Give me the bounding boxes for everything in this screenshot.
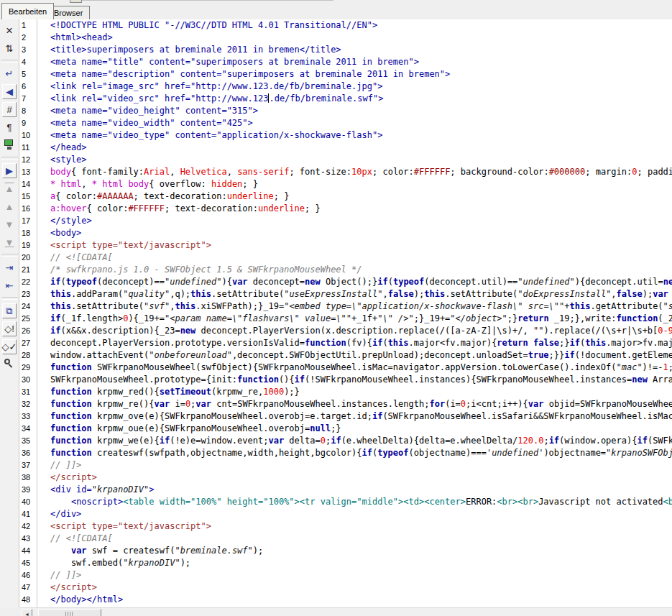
line-number: 20 xyxy=(19,252,37,264)
code-text: <script type="text/javascript"> xyxy=(37,520,211,533)
code-line[interactable]: 3<title>superimposers at breminale 2011 … xyxy=(19,44,672,56)
code-line[interactable]: 24this.setAttribute("svf",this.xiSWFPath… xyxy=(19,300,672,313)
code-line[interactable]: 30SWFkrpanoMouseWheel.prototype={init:fu… xyxy=(19,374,672,386)
code-line[interactable]: 28window.attachEvent("onbeforeunload",de… xyxy=(19,349,672,362)
code-text: </script> xyxy=(37,472,97,484)
code-line[interactable]: 1<!DOCTYPE HTML PUBLIC "-//W3C//DTD HTML… xyxy=(19,19,672,32)
syntax-check-icon[interactable]: ◇✓ xyxy=(2,339,17,354)
line-number: 39 xyxy=(19,484,37,496)
pilcrow-icon[interactable]: ¶ xyxy=(1,119,17,137)
code-text: // <![CDATA[ xyxy=(37,252,113,264)
code-line[interactable]: 47</script> xyxy=(19,581,672,594)
code-text: </div> xyxy=(37,508,81,520)
scroll-left-button[interactable]: ◄ xyxy=(22,609,32,616)
left-margin-icon[interactable]: ◀ xyxy=(2,84,17,99)
code-line[interactable]: 42<script type="text/javascript"> xyxy=(19,520,672,533)
line-number: 25 xyxy=(19,313,37,325)
code-text: // <![CDATA[ xyxy=(37,533,113,545)
code-line[interactable]: 29function SWFkrpanoMouseWheel(swfObject… xyxy=(19,362,672,374)
code-line[interactable]: 34function krpmw_oue(e){SWFkrpanoMouseWh… xyxy=(19,423,672,435)
code-line[interactable]: 32function krpmw_re(){var i=0;var cnt=SW… xyxy=(19,398,672,410)
editor-main: ×⇅↵◀#¶▶▲▲▼▼⇥⇤⧉◇!◇✓ 1<!DOCTYPE HTML PUBLI… xyxy=(0,19,672,607)
line-number: 34 xyxy=(19,423,37,435)
code-text: <!DOCTYPE HTML PUBLIC "-//W3C//DTD HTML … xyxy=(37,19,377,32)
line-number: 5 xyxy=(19,68,37,81)
line-number: 10 xyxy=(19,129,37,142)
line-number: 48 xyxy=(19,594,37,606)
code-area[interactable]: 1<!DOCTYPE HTML PUBLIC "-//W3C//DTD HTML… xyxy=(19,19,672,607)
code-line[interactable]: 46// ]]> xyxy=(19,569,672,581)
search-icon[interactable] xyxy=(1,356,17,374)
goto-next-icon: ▼ xyxy=(1,216,17,234)
code-line[interactable]: 23this.addParam("quality",q);this.setAtt… xyxy=(19,288,672,300)
scrollbar-grip-icon xyxy=(65,612,74,616)
code-text: <link rel="image_src" href="http://www.1… xyxy=(37,81,382,93)
code-line[interactable]: 11</head> xyxy=(19,142,672,154)
code-line[interactable]: 25if(_1f.length>0){_19+="<param name=\"f… xyxy=(19,313,672,325)
line-number: 3 xyxy=(19,44,37,56)
preview-monitor-icon[interactable] xyxy=(2,137,17,155)
indent-decrease-icon[interactable]: ⇤ xyxy=(1,277,17,295)
line-number: 21 xyxy=(19,264,37,276)
toolbar-separator xyxy=(1,60,18,63)
line-number: 17 xyxy=(19,215,37,227)
code-line[interactable]: 36function createswf(swfpath,objectname,… xyxy=(19,447,672,459)
code-line[interactable]: 26if(x&&x.description){_23=new deconcept… xyxy=(19,325,672,337)
line-number: 2 xyxy=(19,32,37,44)
scrollbar-thumb[interactable] xyxy=(38,609,101,616)
word-wrap-icon[interactable]: ↵ xyxy=(1,65,17,83)
tab-bearbeiten[interactable]: Bearbeiten xyxy=(1,3,54,19)
goto-top-icon: ▲ xyxy=(1,180,17,198)
code-line[interactable]: 5<meta name="description" content="super… xyxy=(19,68,672,81)
line-number: 14 xyxy=(19,178,37,190)
code-line[interactable]: 38</script> xyxy=(19,472,672,484)
code-line[interactable]: 13body{ font-family:Arial, Helvetica, sa… xyxy=(19,166,672,178)
code-text: function SWFkrpanoMouseWheel(swfObject){… xyxy=(37,362,672,374)
code-line[interactable]: 6<link rel="image_src" href="http://www.… xyxy=(19,81,672,93)
code-line[interactable]: 8<meta name="video_height" content="315"… xyxy=(19,105,672,117)
code-line[interactable]: 44 var swf = createswf("breminale.swf"); xyxy=(19,545,672,557)
line-number: 37 xyxy=(19,459,37,472)
line-number: 36 xyxy=(19,447,37,459)
code-line[interactable]: 12<style> xyxy=(19,154,672,166)
code-line[interactable]: 15a{ color:#AAAAAA; text-decoration:unde… xyxy=(19,190,672,203)
code-line[interactable]: 20// <![CDATA[ xyxy=(19,252,672,264)
code-line[interactable]: 27deconcept.PlayerVersion.prototype.vers… xyxy=(19,337,672,349)
code-text: swf.embed("krpanoDIV"); xyxy=(37,557,190,569)
code-line[interactable]: 4<meta name="title" content="superimpose… xyxy=(19,56,672,68)
code-line[interactable]: 33function krpmw_ove(e){SWFkrpanoMouseWh… xyxy=(19,410,672,423)
line-number: 8 xyxy=(19,105,37,117)
code-line[interactable]: 16a:hover{ color:#FFFFFF; text-decoratio… xyxy=(19,203,672,215)
code-line[interactable]: 43// <![CDATA[ xyxy=(19,533,672,545)
code-line[interactable]: 48</body></html> xyxy=(19,594,672,606)
code-line[interactable]: 7<link rel="video_src" href="http://www.… xyxy=(19,93,672,105)
code-line[interactable]: 19<script type="text/javascript"> xyxy=(19,239,672,252)
indent-increase-icon[interactable]: ⇥ xyxy=(1,259,17,277)
code-line[interactable]: 39<div id="krpanoDIV"> xyxy=(19,484,672,496)
code-line[interactable]: 40 <noscript><table width="100%" height=… xyxy=(19,496,672,508)
copy-block-icon[interactable]: ⧉ xyxy=(2,303,17,318)
close-icon[interactable]: × xyxy=(1,22,17,40)
run-icon[interactable]: ▶ xyxy=(2,163,17,178)
validate-icon[interactable]: ◇! xyxy=(2,321,17,336)
code-line[interactable]: 9<meta name="video_width" content="425"> xyxy=(19,117,672,129)
line-number: 47 xyxy=(19,581,37,594)
code-line[interactable]: 10<meta name="video_type" content="appli… xyxy=(19,129,672,142)
code-line[interactable]: 18<body> xyxy=(19,227,672,239)
code-line[interactable]: 21/* swfkrpano.js 1.0 - SWFObject 1.5 & … xyxy=(19,264,672,276)
code-line[interactable]: 41</div> xyxy=(19,508,672,520)
code-line[interactable]: 45 swf.embed("krpanoDIV"); xyxy=(19,557,672,569)
code-text: if(_1f.length>0){_19+="<param name=\"fla… xyxy=(37,313,672,325)
horizontal-scrollbar[interactable]: ◄ xyxy=(20,607,672,616)
code-line[interactable]: 31function krpmw_red(){setTimeout(krpmw_… xyxy=(19,386,672,398)
code-text: function krpmw_re(){var i=0;var cnt=SWFk… xyxy=(37,398,672,410)
code-text: <div id="krpanoDIV"> xyxy=(37,484,155,496)
code-line[interactable]: 17</style> xyxy=(19,215,672,227)
code-line[interactable]: 2<html><head> xyxy=(19,32,672,44)
code-line[interactable]: 14* html, * html body{ overflow: hidden;… xyxy=(19,178,672,190)
code-line[interactable]: 22if(typeof(deconcept)=="undefined"){var… xyxy=(19,276,672,288)
line-numbers-icon[interactable]: # xyxy=(2,102,17,117)
split-view-icon[interactable]: ⇅ xyxy=(1,40,17,58)
code-line[interactable]: 37// ]]> xyxy=(19,459,672,472)
code-line[interactable]: 35function krpmw_we(e){if(!e)e=window.ev… xyxy=(19,435,672,447)
